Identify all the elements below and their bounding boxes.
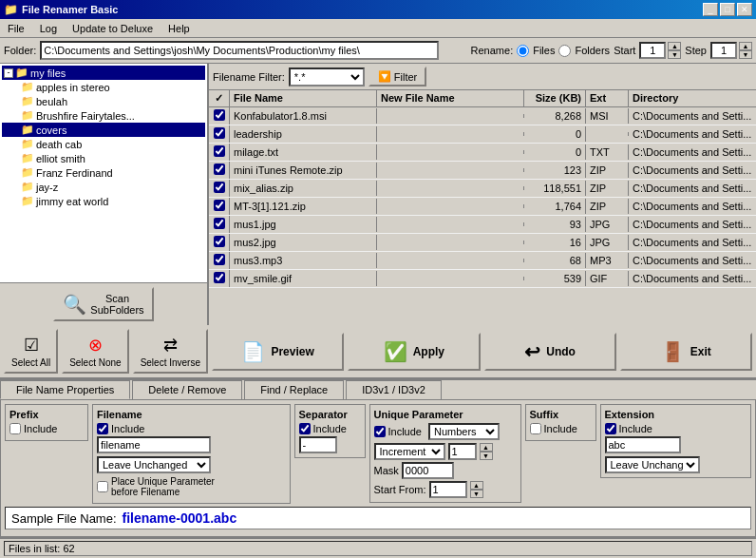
tree-item[interactable]: 📁elliot smith [2,151,205,165]
title-bar: 📁 File Renamer Basic _ □ ✕ [0,0,756,19]
tree-item[interactable]: 📁death cab [2,137,205,151]
file-tree: - 📁 my files 📁apples in stereo📁beulah📁Br… [0,64,209,282]
extension-dropdown[interactable]: Leave Unchanged [605,456,700,473]
start-from-down-btn[interactable]: ▼ [470,490,483,498]
extension-input[interactable] [605,436,681,453]
tree-item[interactable]: 📁apples in stereo [2,80,205,94]
row-size: 539 [524,271,586,286]
unique-include-check[interactable] [374,426,386,437]
start-down-btn[interactable]: ▼ [668,50,681,59]
table-row[interactable]: leadership 0 C:\Documents and Setti... [209,125,756,144]
row-check[interactable] [209,252,230,269]
extension-col: Extension Include Leave Unchanged [600,404,752,478]
tree-item[interactable]: 📁jay-z [2,180,205,194]
col-size-header: Size (KB) [524,90,586,106]
tree-folder-icon: 📁 [21,181,34,193]
maximize-button[interactable]: □ [720,3,735,16]
folders-radio[interactable] [558,45,571,57]
prefix-include-check[interactable] [9,423,21,434]
filename-include-check[interactable] [97,423,108,434]
start-up-btn[interactable]: ▲ [668,42,681,50]
unique-increment-input[interactable] [448,443,477,460]
place-unique-label: Place Unique Parameter before Filename [111,476,215,497]
close-button[interactable]: ✕ [737,3,752,16]
menu-help[interactable]: Help [164,22,194,35]
start-from-up-btn[interactable]: ▲ [470,481,483,490]
preview-button[interactable]: 📄 Preview [212,333,344,371]
tree-root[interactable]: - 📁 my files [2,66,205,80]
start-from-input[interactable] [429,481,467,498]
files-radio[interactable] [517,45,529,57]
place-unique-check[interactable] [97,481,108,492]
tab-delete-remove[interactable]: Delete / Remove [132,380,242,399]
unique-mode-select[interactable]: Increment [374,443,445,460]
scan-subfolders-button[interactable]: 🔍 Scan SubFolders [53,287,153,321]
unique-type-select[interactable]: Numbers [428,423,500,440]
table-row[interactable]: milage.txt 0 TXT C:\Documents and Setti.… [209,144,756,162]
apply-button[interactable]: ✅ Apply [348,333,480,371]
folder-input[interactable] [40,41,439,60]
filter-button[interactable]: 🔽 Filter [369,67,426,87]
col-filename-header[interactable]: File Name [230,90,377,106]
menu-log[interactable]: Log [36,22,61,35]
row-check[interactable] [209,180,230,197]
row-check[interactable] [209,144,230,161]
row-size: 8,268 [524,108,586,124]
step-down-btn[interactable]: ▼ [739,50,752,59]
row-dir: C:\Documents and Setti... [629,163,756,178]
row-check[interactable] [209,234,230,251]
table-row[interactable]: mus3.mp3 68 MP3 C:\Documents and Setti..… [209,252,756,270]
tree-item[interactable]: 📁jimmy eat world [2,194,205,208]
scan-label: Scan SubFolders [90,293,143,316]
table-row[interactable]: mus1.jpg 93 JPG C:\Documents and Setti..… [209,216,756,234]
select-inverse-button[interactable]: ⇄ Select Inverse [133,329,208,374]
tab-filename-props[interactable]: File Name Properties [0,380,130,399]
row-check[interactable] [209,270,230,287]
select-none-button[interactable]: ⊗ Select None [62,329,128,374]
menu-update[interactable]: Update to Deluxe [68,22,157,35]
exit-button[interactable]: 🚪 Exit [620,333,752,371]
root-expand[interactable]: - [4,68,13,78]
table-row[interactable]: mv_smile.gif 539 GIF C:\Documents and Se… [209,270,756,288]
unique-up-btn[interactable]: ▲ [480,443,493,452]
table-row[interactable]: Konfabulator1.8.msi 8,268 MSI C:\Documen… [209,107,756,125]
table-row[interactable]: mix_alias.zip 118,551 ZIP C:\Documents a… [209,180,756,198]
menu-file[interactable]: File [4,22,28,35]
suffix-include-check[interactable] [530,423,541,434]
tree-item[interactable]: 📁covers [2,123,205,137]
start-input[interactable] [639,42,666,59]
row-check[interactable] [209,216,230,233]
row-check[interactable] [209,198,230,215]
tree-item[interactable]: 📁Franz Ferdinand [2,165,205,180]
tab-find-replace[interactable]: Find / Replace [244,380,344,399]
mask-input[interactable] [402,462,454,479]
step-up-btn[interactable]: ▲ [739,42,752,50]
step-input[interactable] [710,42,737,59]
extension-include-check[interactable] [605,423,616,434]
separator-include-check[interactable] [299,423,311,434]
row-ext: JPG [586,235,629,250]
select-all-button[interactable]: ☑ Select All [4,329,58,374]
tab-id3[interactable]: ID3v1 / ID3v2 [346,380,442,399]
sample-label: Sample File Name: [11,511,117,526]
tree-root-label: my files [30,67,66,79]
table-row[interactable]: mus2.jpg 16 JPG C:\Documents and Setti..… [209,234,756,252]
filter-select[interactable]: *.* [289,67,365,87]
minimize-button[interactable]: _ [703,3,718,16]
tree-items-container: 📁apples in stereo📁beulah📁Brushfire Fairy… [2,80,205,208]
tree-item[interactable]: 📁Brushfire Fairytales... [2,108,205,123]
unique-down-btn[interactable]: ▼ [480,452,493,460]
filename-dropdown[interactable]: Leave Unchanged [97,456,211,473]
table-row[interactable]: MT-3[1].121.zip 1,764 ZIP C:\Documents a… [209,198,756,216]
table-row[interactable]: mini iTunes Remote.zip 123 ZIP C:\Docume… [209,162,756,180]
undo-button[interactable]: ↩ Undo [484,333,616,371]
row-check[interactable] [209,125,230,143]
start-from-label: Start From: [374,484,426,495]
separator-input[interactable] [299,436,337,453]
row-check[interactable] [209,162,230,179]
row-ext: TXT [586,144,629,160]
tree-item[interactable]: 📁beulah [2,94,205,108]
filename-input[interactable] [97,436,211,453]
row-check[interactable] [209,107,230,125]
tree-item-label: jay-z [36,182,58,193]
